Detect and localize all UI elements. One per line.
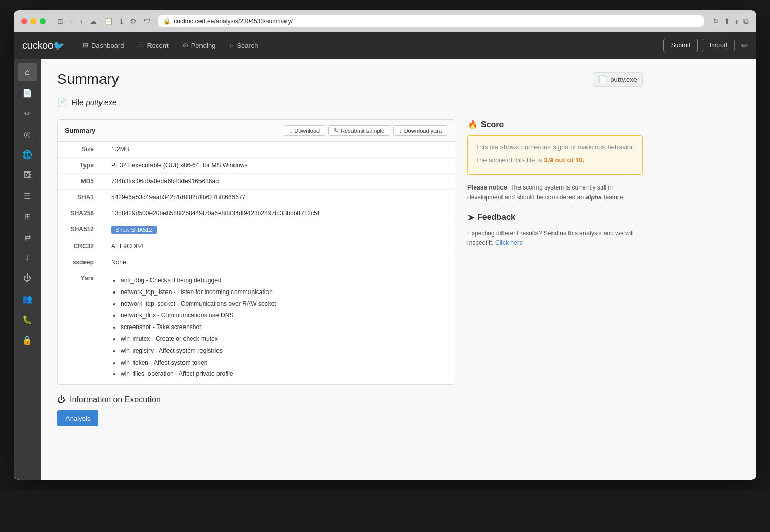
resubmit-button[interactable]: ↻ Resubmit sample <box>328 125 390 136</box>
sha512-label: SHA512 <box>58 221 104 238</box>
address-bar[interactable]: 🔒 cuckoo.cert.ee/analysis/2304533/summar… <box>158 15 704 27</box>
sidebar-globe[interactable]: 🌐 <box>18 145 37 164</box>
resubmit-label: Resubmit sample <box>341 128 384 134</box>
sidebar-toggle-btn[interactable]: ⊡ <box>55 16 65 26</box>
yara-list: anti_dbg - Checks if being debugged netw… <box>111 274 447 380</box>
size-label: Size <box>58 142 104 158</box>
sidebar-bug[interactable]: 🐛 <box>18 310 37 329</box>
col-side: 🔥 Score This file shows numerous signs o… <box>467 119 643 426</box>
notice-italic: alpha <box>586 194 602 201</box>
nav-dashboard-label: Dashboard <box>91 42 124 49</box>
md5-value: 734b3fcc06d0a0eda6b83de9165636ac <box>104 174 455 190</box>
sha1-label: SHA1 <box>58 190 104 205</box>
file-badge: 📄 putty.exe <box>593 72 643 87</box>
list-item: network_dns - Communications use DNS <box>121 310 447 321</box>
yara-label: Yara <box>58 270 104 385</box>
checklist-btn[interactable]: 📋 <box>102 16 115 26</box>
close-button[interactable] <box>21 18 27 24</box>
sidebar-reports[interactable]: 📄 <box>18 83 37 102</box>
notice-end: feature. <box>602 194 625 201</box>
analysis-tab[interactable]: Analysis <box>57 410 98 426</box>
notice-label: Please notice <box>467 184 507 191</box>
browser-actions: ↻ ⬆ + ⧉ <box>713 16 749 26</box>
score-alert-text1: This file shows numerous signs of malici… <box>475 142 635 153</box>
cloud-btn[interactable]: ☁ <box>88 16 99 26</box>
content-area: Summary 📄 putty.exe 📄 File putty.exe <box>41 59 756 480</box>
feedback-icon: ➤ <box>467 213 474 222</box>
download-label: Download <box>294 128 320 134</box>
pending-icon: ⊙ <box>183 42 188 49</box>
back-btn[interactable]: ‹ <box>69 16 75 26</box>
sidebar-download[interactable]: ↓ <box>18 248 37 267</box>
list-item: screenshot - Take screenshot <box>121 321 447 333</box>
edit-icon[interactable]: ✏ <box>741 41 748 50</box>
nav-recent[interactable]: ☰ Recent <box>132 39 174 53</box>
table-row: CRC32 AEF9CDB4 <box>58 238 455 254</box>
info-btn[interactable]: ℹ <box>118 16 125 26</box>
import-button[interactable]: Import <box>702 39 735 52</box>
score-notice: Please notice: The scoring system is cur… <box>467 183 643 202</box>
list-item: win_token - Affect system token <box>121 357 447 369</box>
feedback-body: Expecting different results? Send us thi… <box>467 230 634 246</box>
execution-title-text: Information on Execution <box>70 395 161 404</box>
crc32-value: AEF9CDB4 <box>104 238 455 254</box>
minimize-button[interactable] <box>30 18 37 24</box>
nav-items: ⊞ Dashboard ☰ Recent ⊙ Pending ⌕ Search <box>77 39 264 53</box>
nav-pending[interactable]: ⊙ Pending <box>177 39 222 53</box>
summary-card-header: Summary ↓ Download ↻ Resubmit <box>58 120 455 142</box>
reload-btn[interactable]: ↻ <box>713 16 719 26</box>
download-icon: ↓ <box>290 128 293 134</box>
shield-btn[interactable]: 🛡 <box>142 16 153 26</box>
score-alert-text2: The score of this file is 3.9 out of 10. <box>475 155 635 166</box>
sidebar-grid[interactable]: ⊞ <box>18 207 37 226</box>
download-yara-label: Download yara <box>404 128 442 134</box>
table-row: Yara anti_dbg - Checks if being debugged… <box>58 270 455 385</box>
app-container: cuckoo🐦 ⊞ Dashboard ☰ Recent ⊙ Pending ⌕… <box>14 32 756 480</box>
table-row: Size 1.2MB <box>58 142 455 158</box>
sidebar-lock[interactable]: 🔒 <box>18 331 37 349</box>
feedback-section: ➤ Feedback Expecting different results? … <box>467 213 643 247</box>
show-sha512-button[interactable]: Show SHA512 <box>111 226 157 234</box>
url-display: cuckoo.cert.ee/analysis/2304533/summary/ <box>174 18 293 25</box>
sidebar-power[interactable]: ⏻ <box>18 269 37 287</box>
sha256-value: 13d8429d500e20be8588f250449f70a6e8f8f34d… <box>104 205 455 221</box>
nav-dashboard[interactable]: ⊞ Dashboard <box>77 39 130 53</box>
tabs-btn[interactable]: ⧉ <box>743 16 749 26</box>
nav-right: Submit Import ✏ <box>663 39 748 52</box>
sidebar-edit[interactable]: ✏ <box>18 104 37 123</box>
table-row: SHA256 13d8429d500e20be8588f250449f70a6e… <box>58 205 455 221</box>
two-col-layout: Summary ↓ Download ↻ Resubmit <box>57 119 643 426</box>
download-button[interactable]: ↓ Download <box>284 125 325 136</box>
browser-controls: ⊡ ‹ › ☁ 📋 ℹ ⚙ 🛡 <box>55 16 153 26</box>
feedback-link[interactable]: Click here <box>495 239 523 246</box>
sidebar-home[interactable]: ⌂ <box>18 63 37 81</box>
submit-button[interactable]: Submit <box>663 39 698 52</box>
sidebar-image[interactable]: 🖼 <box>18 166 37 184</box>
nav-search-label: Search <box>237 42 258 49</box>
download-yara-button[interactable]: ↓ Download yara <box>393 125 447 136</box>
share-btn[interactable]: ⬆ <box>724 16 730 26</box>
sidebar-people[interactable]: 👥 <box>18 289 37 308</box>
search-icon: ⌕ <box>230 42 233 49</box>
size-value: 1.2MB <box>104 142 455 158</box>
fire-icon: 🔥 <box>467 119 478 129</box>
list-item: anti_dbg - Checks if being debugged <box>121 274 447 286</box>
sidebar-target[interactable]: ◎ <box>18 125 37 143</box>
nav-search[interactable]: ⌕ Search <box>224 39 264 53</box>
top-nav: cuckoo🐦 ⊞ Dashboard ☰ Recent ⊙ Pending ⌕… <box>14 32 756 59</box>
sha256-label: SHA256 <box>58 205 104 221</box>
forward-btn[interactable]: › <box>78 16 85 26</box>
yara-value: anti_dbg - Checks if being debugged netw… <box>104 270 455 385</box>
feedback-text: Expecting different results? Send us thi… <box>467 229 643 247</box>
browser-titlebar: ⊡ ‹ › ☁ 📋 ℹ ⚙ 🛡 🔒 cuckoo.cert.ee/analysi… <box>14 10 756 32</box>
list-item: network_tcp_listen - Listen for incoming… <box>121 286 447 298</box>
new-tab-btn[interactable]: + <box>734 17 739 26</box>
list-item: network_tcp_socket - Communications over… <box>121 298 447 310</box>
sidebar-exchange[interactable]: ⇄ <box>18 228 37 246</box>
resubmit-icon: ↻ <box>334 127 339 134</box>
file-badge-icon: 📄 <box>598 75 607 83</box>
settings-gear-btn[interactable]: ⚙ <box>128 16 139 26</box>
sidebar-list[interactable]: ☰ <box>18 186 37 205</box>
maximize-button[interactable] <box>40 18 46 24</box>
file-icon: 📄 <box>57 98 67 107</box>
